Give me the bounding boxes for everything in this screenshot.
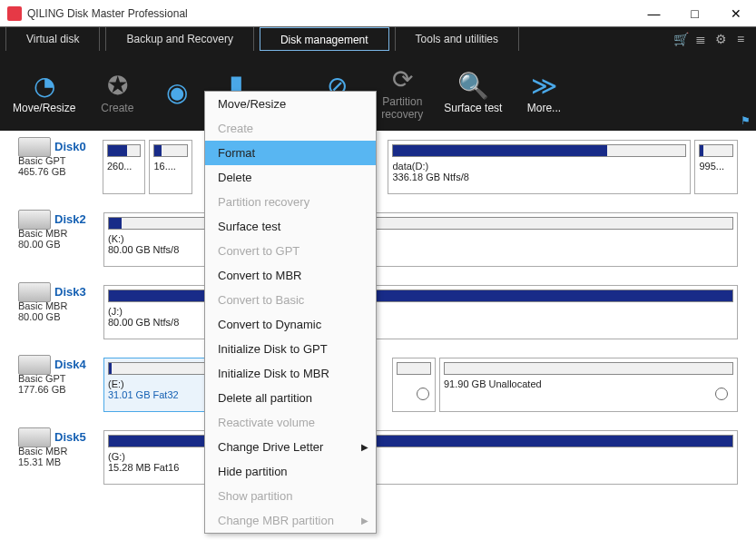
disk-row-disk5: Disk5 Basic MBR 15.31 MB (G:) 15.28 MB F…: [18, 430, 738, 485]
partition-data-d[interactable]: data(D:) 336.18 GB Ntfs/8: [388, 140, 691, 194]
tab-disk-management[interactable]: Disk management: [260, 27, 389, 51]
submenu-arrow-icon: ▶: [361, 515, 368, 525]
partition-j[interactable]: (J:) 80.00 GB Ntfs/8: [103, 285, 738, 339]
tab-virtual-disk[interactable]: Virtual disk: [5, 27, 100, 51]
menu-delete-all[interactable]: Delete all partition: [205, 386, 376, 410]
create-button[interactable]: ✪ Create: [84, 65, 150, 116]
disk-name[interactable]: Disk2: [54, 212, 86, 226]
menu-convert-mbr[interactable]: Convert to MBR: [205, 263, 376, 288]
disk-icon: [18, 137, 51, 157]
disk-name[interactable]: Disk3: [54, 285, 86, 299]
menu-surface-test[interactable]: Surface test: [205, 214, 376, 239]
disk-row-disk0: Disk0 Basic GPT 465.76 GB 260... 16.... …: [18, 140, 738, 194]
partition[interactable]: 16....: [149, 140, 192, 194]
menu-initialize-mbr[interactable]: Initialize Disk to MBR: [205, 361, 376, 386]
menubar: Virtual disk Backup and Recovery Disk ma…: [0, 27, 756, 51]
disk-icon: [18, 282, 51, 302]
titlebar: QILING Disk Master Professional — □ ✕: [0, 0, 756, 27]
partition[interactable]: 995...: [694, 140, 738, 194]
menu-create: Create: [205, 116, 376, 141]
recovery-icon: ⟳: [392, 63, 413, 95]
radio-icon: [715, 388, 728, 400]
app-logo: [7, 6, 22, 21]
disk-icon: [18, 355, 51, 375]
format-button[interactable]: ◉: [150, 72, 204, 110]
disk-name[interactable]: Disk0: [54, 140, 86, 153]
maximize-button[interactable]: □: [674, 0, 715, 27]
close-button[interactable]: ✕: [715, 0, 756, 27]
cart-icon[interactable]: 🛒: [671, 29, 691, 49]
menu-change-drive-letter[interactable]: Change Drive Letter▶: [205, 435, 376, 459]
tab-tools-utilities[interactable]: Tools and utilities: [395, 27, 519, 51]
menu-reactivate: Reactivate volume: [205, 410, 376, 435]
disk-icon: [18, 427, 51, 447]
menu-change-mbr: Change MBR partition▶: [205, 508, 376, 533]
create-icon: ✪: [107, 69, 128, 102]
surface-test-button[interactable]: 🔍 Surface test: [435, 65, 511, 116]
minimize-button[interactable]: —: [633, 0, 674, 27]
move-resize-icon: ◔: [34, 69, 55, 102]
app-title: QILING Disk Master Professional: [27, 7, 188, 20]
disk-list: Disk0 Basic GPT 465.76 GB 260... 16.... …: [0, 131, 756, 540]
settings-icon[interactable]: ⚙: [711, 29, 731, 49]
partition[interactable]: 260...: [103, 140, 146, 194]
submenu-arrow-icon: ▶: [361, 442, 368, 452]
disk-row-disk3: Disk3 Basic MBR 80.00 GB (J:) 80.00 GB N…: [18, 285, 738, 339]
partition-e-selected[interactable]: (E:) 31.01 GB Fat32: [103, 358, 212, 412]
menu-convert-dynamic[interactable]: Convert to Dynamic: [205, 312, 376, 337]
disk-row-disk4: Disk4 Basic GPT 177.66 GB (E:) 31.01 GB …: [18, 358, 738, 412]
partition[interactable]: [392, 358, 436, 412]
menu-move-resize[interactable]: Move/Resize: [205, 92, 376, 116]
context-menu: Move/Resize Create Format Delete Partiti…: [204, 91, 377, 534]
toolbar: ◔ Move/Resize ✪ Create ◉ ▞ ⊘ Delete ⟳ Pa…: [0, 51, 756, 131]
menu-format[interactable]: Format: [205, 141, 376, 165]
disk-name[interactable]: Disk5: [54, 430, 86, 444]
disk-icon: [18, 210, 51, 230]
menu-initialize-gpt[interactable]: Initialize Disk to GPT: [205, 337, 376, 361]
more-icon: ≫: [531, 69, 557, 102]
move-resize-button[interactable]: ◔ Move/Resize: [4, 65, 84, 116]
format-icon: ◉: [166, 75, 188, 108]
partition-unallocated[interactable]: 91.90 GB Unallocated: [439, 358, 738, 412]
partition-k[interactable]: (K:) 80.00 GB Ntfs/8: [103, 212, 738, 267]
disk-name[interactable]: Disk4: [54, 358, 86, 371]
tab-backup-recovery[interactable]: Backup and Recovery: [105, 27, 253, 51]
menu-delete[interactable]: Delete: [205, 165, 376, 190]
surface-test-icon: 🔍: [457, 69, 489, 102]
hamburger-icon[interactable]: ≡: [731, 29, 751, 49]
more-button[interactable]: ≫ More...: [511, 65, 576, 116]
disk-row-disk2: Disk2 Basic MBR 80.00 GB (K:) 80.00 GB N…: [18, 212, 738, 267]
partition-g[interactable]: (G:) 15.28 MB Fat16: [103, 430, 738, 485]
list-icon[interactable]: ≣: [691, 29, 711, 49]
menu-partition-recovery: Partition recovery: [205, 190, 376, 214]
menu-convert-basic: Convert to Basic: [205, 288, 376, 312]
partition-recovery-button[interactable]: ⟳ Partition recovery: [369, 59, 435, 123]
radio-icon: [417, 388, 429, 400]
menu-hide-partition[interactable]: Hide partition: [205, 459, 376, 484]
menu-convert-gpt: Convert to GPT: [205, 239, 376, 263]
menu-show-partition: Show partition: [205, 484, 376, 508]
flag-icon[interactable]: ⚑: [741, 114, 751, 127]
